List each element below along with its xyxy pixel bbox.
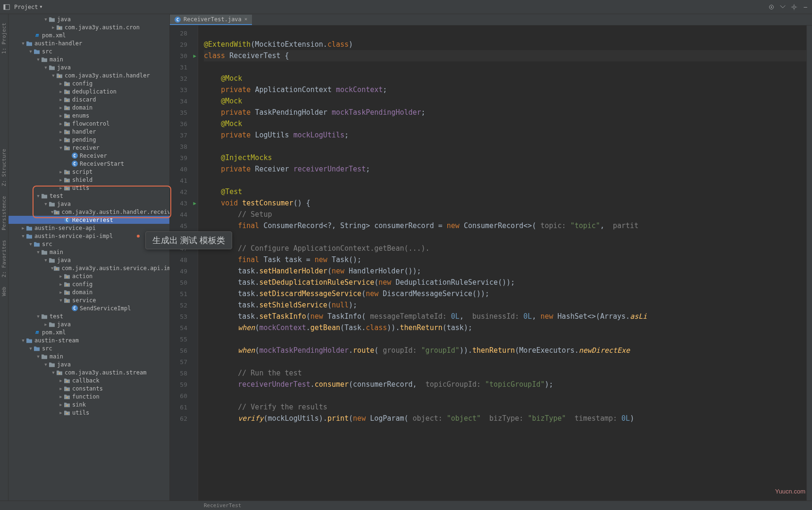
tree-row[interactable]: austin-service-api — [8, 224, 169, 232]
code-line[interactable]: final ConsumerRecord<?, String> consumer… — [204, 220, 806, 231]
run-icon[interactable]: ▶ — [193, 53, 196, 59]
tree-arrow-icon[interactable] — [36, 57, 41, 62]
target-icon[interactable] — [768, 3, 775, 11]
tree-row[interactable]: CSendServiceImpl — [8, 304, 169, 312]
project-tree[interactable]: javacom.java3y.austin.cronmpom.xmlaustin… — [8, 14, 170, 501]
tree-arrow-icon[interactable] — [21, 338, 25, 343]
tree-arrow-icon[interactable] — [43, 322, 48, 327]
code-line[interactable]: class ReceiverTest { — [204, 50, 806, 61]
tree-row[interactable]: utils — [8, 408, 169, 416]
tree-row[interactable]: java — [8, 256, 169, 264]
tree-row[interactable]: CReceiverTest — [8, 216, 169, 224]
tree-arrow-icon[interactable] — [59, 89, 63, 94]
tree-arrow-icon[interactable] — [59, 105, 63, 110]
code-line[interactable]: verify(mockLogUtils).print(new LogParam(… — [204, 413, 806, 424]
tree-arrow-icon[interactable] — [59, 274, 63, 279]
tree-arrow-icon[interactable] — [59, 186, 63, 190]
gutter-line[interactable]: 40 — [170, 163, 198, 175]
tree-arrow-icon[interactable] — [59, 282, 63, 287]
gutter-line[interactable]: 44 — [170, 209, 198, 220]
code-line[interactable]: @Mock — [204, 73, 806, 84]
code-line[interactable]: task.setDeduplicationRuleService(new Ded… — [204, 277, 806, 288]
tree-row[interactable]: src — [8, 47, 169, 55]
tree-row[interactable]: function — [8, 392, 169, 400]
gutter-line[interactable]: 36 — [170, 118, 198, 129]
tree-row[interactable]: mpom.xml — [8, 31, 169, 39]
sidebar-tab-web[interactable]: Web — [1, 287, 7, 296]
tree-arrow-icon[interactable] — [59, 298, 63, 303]
gutter-line[interactable]: 60 — [170, 390, 198, 401]
code-line[interactable] — [204, 231, 806, 243]
gutter-line[interactable]: 33 — [170, 84, 198, 95]
tree-arrow-icon[interactable] — [59, 410, 63, 415]
code-line[interactable]: void testConsumer() { — [204, 197, 806, 209]
tree-arrow-icon[interactable] — [43, 202, 48, 206]
gutter-line[interactable]: 55 — [170, 333, 198, 345]
gutter-line[interactable]: 53 — [170, 311, 198, 322]
tree-row[interactable]: config — [8, 280, 169, 288]
tree-arrow-icon[interactable] — [59, 386, 63, 391]
tree-row[interactable]: action — [8, 272, 169, 280]
tree-arrow-icon[interactable] — [36, 194, 41, 198]
gutter-line[interactable]: 37 — [170, 129, 198, 141]
gutter-line[interactable]: 52 — [170, 299, 198, 311]
tree-row[interactable]: com.java3y.austin.handler — [8, 71, 169, 79]
tree-row[interactable]: CReceiver — [8, 152, 169, 160]
code-line[interactable]: task.setTaskInfo(new TaskInfo( messageTe… — [204, 311, 806, 322]
tree-arrow-icon[interactable] — [59, 129, 63, 134]
code-line[interactable]: private TaskPendingHolder mockTaskPendin… — [204, 107, 806, 118]
gutter-line[interactable]: 38 — [170, 141, 198, 152]
tree-row[interactable]: com.java3y.austin.service.api.impl — [8, 264, 169, 272]
tree-arrow-icon[interactable] — [43, 362, 48, 367]
tree-row[interactable]: main — [8, 55, 169, 63]
gutter-line[interactable]: 50 — [170, 277, 198, 288]
tree-row[interactable]: austin-handler — [8, 39, 169, 47]
gutter-line[interactable]: 58 — [170, 367, 198, 379]
tree-row[interactable]: austin-stream — [8, 336, 169, 344]
tree-arrow-icon[interactable] — [21, 234, 25, 238]
code-line[interactable] — [204, 356, 806, 367]
sidebar-tab-persistence[interactable]: Persistence — [1, 196, 7, 230]
tree-row[interactable]: shield — [8, 176, 169, 184]
code-line[interactable]: private ApplicationContext mockContext; — [204, 84, 806, 95]
code-line[interactable] — [204, 27, 806, 39]
code-line[interactable]: when(mockTaskPendingHolder.route( groupI… — [204, 345, 806, 356]
file-tab[interactable]: C ReceiverTest.java × — [170, 15, 252, 26]
tree-row[interactable]: pending — [8, 136, 169, 144]
code-line[interactable]: task.setHandlerHolder(new HandlerHolder(… — [204, 265, 806, 277]
tree-row[interactable]: utils — [8, 184, 169, 192]
gutter-line[interactable]: 54 — [170, 322, 198, 333]
gutter-line[interactable]: 62 — [170, 413, 198, 424]
tree-arrow-icon[interactable] — [21, 226, 25, 230]
tree-row[interactable]: src — [8, 344, 169, 352]
tree-arrow-icon[interactable] — [59, 137, 63, 142]
tree-arrow-icon[interactable] — [59, 178, 63, 182]
tree-arrow-icon[interactable] — [28, 242, 33, 246]
tree-row[interactable]: flowcontrol — [8, 119, 169, 128]
code-line[interactable]: // Configure ApplicationContext.getBean(… — [204, 243, 806, 254]
tree-row[interactable]: CReceiverStart — [8, 160, 169, 168]
tree-arrow-icon[interactable] — [43, 258, 48, 263]
tree-row[interactable]: java — [8, 15, 169, 23]
tree-arrow-icon[interactable] — [59, 290, 63, 295]
code-line[interactable]: task.setShieldService(null); — [204, 299, 806, 311]
code-line[interactable]: private LogUtils mockLogUtils; — [204, 129, 806, 141]
code-line[interactable] — [204, 390, 806, 401]
tree-row[interactable]: com.java3y.austin.stream — [8, 368, 169, 376]
code-line[interactable]: when(mockContext.getBean(Task.class)).th… — [204, 322, 806, 333]
gutter-line[interactable]: 34 — [170, 95, 198, 107]
breadcrumb[interactable]: ReceiverTest — [204, 502, 241, 509]
code-line[interactable] — [204, 333, 806, 345]
tree-arrow-icon[interactable] — [59, 113, 63, 118]
tree-arrow-icon[interactable] — [36, 250, 41, 255]
gutter-line[interactable]: 57 — [170, 356, 198, 367]
tree-row[interactable]: deduplication — [8, 87, 169, 95]
gutter-line[interactable]: 35 — [170, 107, 198, 118]
tree-row[interactable]: java — [8, 63, 169, 71]
tree-arrow-icon[interactable] — [36, 314, 41, 319]
tree-arrow-icon[interactable] — [59, 402, 63, 407]
gutter-line[interactable]: 48 — [170, 254, 198, 265]
tree-row[interactable]: receiver — [8, 144, 169, 152]
tree-row[interactable]: java — [8, 360, 169, 368]
tree-row[interactable]: test — [8, 312, 169, 320]
